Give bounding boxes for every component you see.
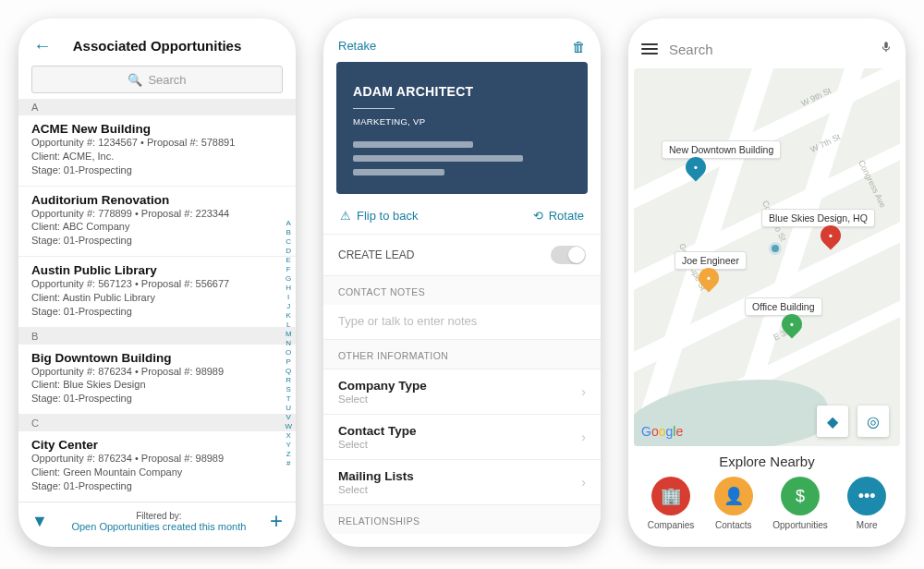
search-input[interactable]: 🔍 Search <box>31 66 283 93</box>
opportunity-name: Auditorium Renovation <box>31 193 283 207</box>
create-lead-row: CREATE LEAD <box>323 234 601 275</box>
section-header: A <box>18 99 296 115</box>
flip-icon: ⚠ <box>340 209 351 223</box>
search-icon: 🔍 <box>128 73 142 87</box>
opportunity-name: ACME New Building <box>31 122 283 136</box>
phone-notch <box>711 18 822 39</box>
flip-button[interactable]: ⚠Flip to back <box>340 209 418 223</box>
rotate-button[interactable]: ⟲Rotate <box>533 209 584 223</box>
explore-categories: 🏢Companies👤Contacts$Opportunities•••More <box>628 475 906 547</box>
contact-type-row[interactable]: Contact TypeSelect › <box>323 414 601 459</box>
retake-button[interactable]: Retake <box>338 39 376 54</box>
phone-business-card: Retake 🗑 ADAM ARCHITECT MARKETING, VP ⚠F… <box>323 18 601 547</box>
page-title: Associated Opportunities <box>59 38 255 54</box>
explore-more[interactable]: •••More <box>847 477 886 530</box>
opportunity-name: Big Downtown Building <box>31 351 283 365</box>
business-card-preview: ADAM ARCHITECT MARKETING, VP <box>336 62 588 194</box>
phone-notch <box>407 18 517 39</box>
map-pin[interactable]: Joe Engineer• <box>675 251 747 272</box>
google-logo: Google <box>641 424 683 439</box>
locate-fab[interactable]: ◎ <box>857 406 889 437</box>
mailing-lists-row[interactable]: Mailing ListsSelect › <box>323 459 601 504</box>
other-info-header: OTHER INFORMATION <box>323 339 601 369</box>
footer-label: Filtered by: <box>57 511 261 521</box>
category-icon: $ <box>781 477 820 515</box>
add-button[interactable]: + <box>270 508 283 534</box>
opportunity-row[interactable]: ACME New Building Opportunity #: 1234567… <box>18 115 296 187</box>
company-type-row[interactable]: Company TypeSelect › <box>323 369 601 414</box>
delete-button[interactable]: 🗑 <box>572 39 586 54</box>
category-icon: 👤 <box>714 477 753 515</box>
footer-filter-link[interactable]: Open Opportunities created this month <box>57 521 261 532</box>
menu-button[interactable] <box>641 43 658 54</box>
opportunity-name: Austin Public Library <box>31 263 283 277</box>
opportunity-row[interactable]: Auditorium Renovation Opportunity #: 778… <box>18 187 296 258</box>
search-input[interactable]: Search <box>667 42 870 57</box>
chevron-right-icon: › <box>581 430 586 444</box>
notes-input[interactable]: Type or talk to enter notes <box>323 305 601 339</box>
explore-title: Explore Nearby <box>628 446 906 475</box>
map-pin-label[interactable]: Office Building <box>745 297 822 316</box>
section-header: C <box>18 415 296 431</box>
category-icon: ••• <box>847 477 886 515</box>
explore-contacts[interactable]: 👤Contacts <box>714 477 753 530</box>
back-button[interactable]: ← <box>31 35 54 56</box>
explore-companies[interactable]: 🏢Companies <box>648 477 695 530</box>
chevron-right-icon: › <box>581 384 586 399</box>
alphabet-index[interactable]: ABCDEFGHIJKLMNOPQRSTUVWXYZ# <box>285 219 292 468</box>
create-lead-toggle[interactable] <box>551 246 586 264</box>
section-header: B <box>18 328 296 345</box>
directions-fab[interactable]: ◆ <box>817 406 848 437</box>
card-name: ADAM ARCHITECT <box>353 84 571 99</box>
map-view[interactable]: W 9th St W 7th St Guadalupe St Colorado … <box>634 68 900 446</box>
contact-notes-header: CONTACT NOTES <box>323 275 601 305</box>
search-placeholder: Search <box>148 73 186 87</box>
chevron-right-icon: › <box>581 475 586 490</box>
card-role: MARKETING, VP <box>353 116 571 127</box>
map-pin-label[interactable]: New Downtown Building <box>662 140 781 159</box>
category-icon: 🏢 <box>651 477 690 515</box>
rotate-icon: ⟲ <box>533 209 543 223</box>
phone-map: Search W 9th St W 7th St Guadalupe St Co… <box>628 18 906 547</box>
mic-icon[interactable] <box>880 39 893 59</box>
map-pin[interactable]: New Downtown Building• <box>662 140 781 162</box>
opportunity-name: City Center <box>31 438 283 452</box>
map-pin-label[interactable]: Blue Skies Design, HQ <box>761 209 875 227</box>
opportunity-row[interactable]: Austin Public Library Opportunity #: 567… <box>18 257 296 328</box>
explore-opportunities[interactable]: $Opportunities <box>772 477 827 530</box>
filter-icon[interactable]: ▼ <box>31 512 48 531</box>
opportunity-row[interactable]: City Center Opportunity #: 876234 • Prop… <box>18 431 296 502</box>
footer-bar: ▼ Filtered by: Open Opportunities create… <box>18 502 296 547</box>
phone-opportunities-list: ← Associated Opportunities 🔍 Search ABCD… <box>18 18 296 547</box>
phone-notch <box>102 18 213 39</box>
map-pin[interactable]: Office Building• <box>745 297 822 319</box>
current-location-dot <box>769 242 782 255</box>
map-pin[interactable]: Blue Skies Design, HQ• <box>761 209 875 230</box>
relationships-header: RELATIONSHIPS <box>323 504 601 534</box>
opportunity-row[interactable]: Big Downtown Building Opportunity #: 876… <box>18 345 296 416</box>
